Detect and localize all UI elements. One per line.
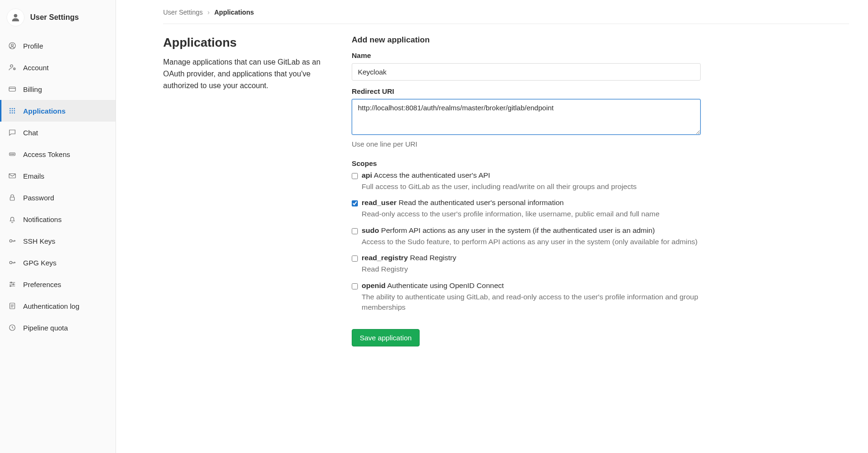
form-section-title: Add new application <box>352 35 701 45</box>
sidebar-item-label: Emails <box>23 172 44 180</box>
sidebar-item-label: Pipeline quota <box>23 324 68 332</box>
access-tokens-icon <box>8 150 17 158</box>
pipeline-quota-icon <box>8 323 17 332</box>
chevron-right-icon: › <box>207 8 210 16</box>
scope-read_user: read_user Read the authenticated user's … <box>352 198 701 219</box>
redirect-uri-helper: Use one line per URI <box>352 140 701 148</box>
redirect-uri-label: Redirect URI <box>352 87 701 95</box>
svg-point-8 <box>14 108 15 109</box>
emails-icon <box>8 172 17 180</box>
scope-checkbox-api[interactable] <box>352 173 358 179</box>
breadcrumb: User Settings › Applications <box>163 0 849 24</box>
scope-short: Perform API actions as any user in the s… <box>381 226 655 234</box>
redirect-uri-input[interactable]: http://localhost:8081/auth/realms/master… <box>352 99 701 135</box>
svg-point-0 <box>14 14 17 17</box>
sidebar-item-label: Password <box>23 194 54 202</box>
svg-point-22 <box>9 261 12 264</box>
svg-point-17 <box>12 154 13 155</box>
sidebar-item-label: GPG Keys <box>23 259 57 267</box>
sidebar-item-account[interactable]: Account <box>0 57 116 78</box>
sidebar-item-notifications[interactable]: Notifications <box>0 208 116 230</box>
breadcrumb-parent[interactable]: User Settings <box>163 8 203 16</box>
sidebar-item-applications[interactable]: Applications <box>0 100 116 122</box>
page-description: Manage applications that can use GitLab … <box>163 57 323 91</box>
sidebar-item-access-tokens[interactable]: Access Tokens <box>0 143 116 165</box>
scope-name: sudo <box>362 226 379 234</box>
sidebar-item-profile[interactable]: Profile <box>0 35 116 57</box>
scope-checkbox-read_user[interactable] <box>352 200 358 206</box>
sidebar-item-label: Billing <box>23 85 42 93</box>
scope-short: Read the authenticated user's personal i… <box>398 198 563 206</box>
svg-point-10 <box>12 110 13 111</box>
scope-openid: openid Authenticate using OpenID Connect… <box>352 281 701 313</box>
svg-point-12 <box>9 112 10 113</box>
scopes-section: Scopes api Access the authenticated user… <box>352 159 701 313</box>
sidebar-item-authentication-log[interactable]: Authentication log <box>0 295 116 317</box>
scope-description: Full access to GitLab as the user, inclu… <box>362 181 701 192</box>
page-title: Applications <box>163 35 323 50</box>
sidebar-item-billing[interactable]: Billing <box>0 78 116 100</box>
svg-point-6 <box>9 108 10 109</box>
application-form: Add new application Name Redirect URI ht… <box>352 35 701 346</box>
scope-name: read_user <box>362 198 397 206</box>
sidebar: User Settings ProfileAccountBillingAppli… <box>0 0 116 453</box>
sidebar-item-label: Access Tokens <box>23 150 70 158</box>
user-icon <box>10 12 21 23</box>
svg-point-16 <box>10 154 11 155</box>
svg-rect-19 <box>9 174 16 178</box>
scope-name: openid <box>362 281 386 289</box>
sidebar-item-preferences[interactable]: Preferences <box>0 273 116 295</box>
gpg-keys-icon <box>8 258 17 267</box>
notifications-icon <box>8 215 17 223</box>
ssh-keys-icon <box>8 237 17 245</box>
svg-rect-20 <box>10 197 15 200</box>
scope-name: read_registry <box>362 254 408 262</box>
scope-description: Read Registry <box>362 264 701 274</box>
sidebar-item-label: Notifications <box>23 215 62 223</box>
scope-sudo: sudo Perform API actions as any user in … <box>352 226 701 247</box>
sidebar-item-label: SSH Keys <box>23 237 55 245</box>
scopes-label: Scopes <box>352 159 701 167</box>
scope-read_registry: read_registry Read RegistryRead Registry <box>352 254 701 274</box>
svg-point-13 <box>12 112 13 113</box>
sidebar-title: User Settings <box>30 13 79 22</box>
scope-name: api <box>362 171 372 179</box>
svg-point-4 <box>14 68 15 69</box>
sidebar-item-ssh-keys[interactable]: SSH Keys <box>0 230 116 252</box>
svg-point-18 <box>13 154 14 155</box>
password-icon <box>8 193 17 202</box>
billing-icon <box>8 85 17 93</box>
svg-point-9 <box>9 110 10 111</box>
chat-icon <box>8 128 17 137</box>
scope-description: The ability to authenticate using GitLab… <box>362 292 701 313</box>
scope-description: Access to the Sudo feature, to perform A… <box>362 237 701 247</box>
scope-checkbox-read_registry[interactable] <box>352 255 358 262</box>
name-input[interactable] <box>352 63 701 81</box>
profile-icon <box>8 41 17 50</box>
sidebar-item-label: Account <box>23 64 49 72</box>
scope-checkbox-sudo[interactable] <box>352 228 358 234</box>
sidebar-item-label: Preferences <box>23 280 61 288</box>
sidebar-item-label: Authentication log <box>23 302 79 310</box>
preferences-icon <box>8 280 17 288</box>
svg-point-14 <box>14 112 15 113</box>
sidebar-item-pipeline-quota[interactable]: Pipeline quota <box>0 317 116 338</box>
scope-api: api Access the authenticated user's APIF… <box>352 171 701 192</box>
auth-log-icon <box>8 302 17 310</box>
sidebar-header: User Settings <box>0 4 116 35</box>
sidebar-item-emails[interactable]: Emails <box>0 165 116 187</box>
svg-rect-5 <box>9 87 16 91</box>
svg-point-7 <box>12 108 13 109</box>
account-icon <box>8 63 17 72</box>
save-application-button[interactable]: Save application <box>352 329 420 346</box>
sidebar-item-gpg-keys[interactable]: GPG Keys <box>0 252 116 273</box>
sidebar-item-chat[interactable]: Chat <box>0 122 116 143</box>
svg-point-2 <box>11 44 14 46</box>
sidebar-item-label: Profile <box>23 42 43 50</box>
main: User Settings › Applications Application… <box>116 0 868 453</box>
scope-checkbox-openid[interactable] <box>352 283 358 289</box>
sidebar-item-password[interactable]: Password <box>0 187 116 208</box>
scope-short: Read Registry <box>410 254 456 262</box>
name-label: Name <box>352 51 701 59</box>
svg-point-3 <box>10 65 13 67</box>
